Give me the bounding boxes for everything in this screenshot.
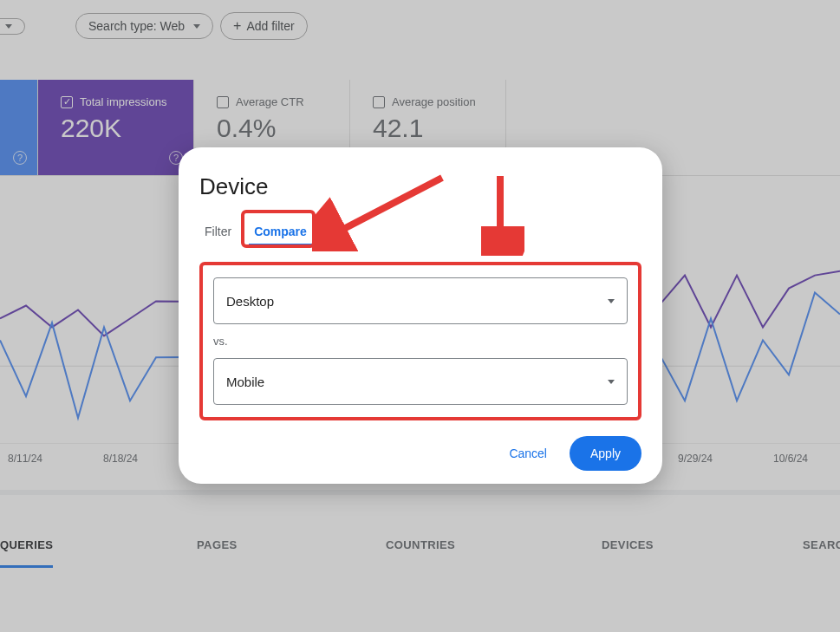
dialog-tabs: Filter Compare: [199, 219, 641, 246]
dropdown-caret-icon: [608, 299, 615, 303]
cancel-button[interactable]: Cancel: [502, 438, 554, 469]
dialog-title: Device: [199, 173, 641, 200]
dropdown-caret-icon: [608, 380, 615, 384]
vs-label: vs.: [213, 335, 628, 348]
dialog-actions: Cancel Apply: [199, 420, 641, 471]
dialog-tab-filter[interactable]: Filter: [199, 219, 237, 246]
compare-selects-highlight: Desktop vs. Mobile: [199, 262, 641, 420]
apply-button[interactable]: Apply: [570, 436, 641, 471]
dialog-tab-compare[interactable]: Compare: [249, 219, 312, 246]
device-dialog: Device Filter Compare Desktop vs. Mobile…: [179, 147, 662, 484]
compare-select-a[interactable]: Desktop: [213, 277, 628, 324]
select-value: Desktop: [226, 294, 274, 309]
select-value: Mobile: [226, 375, 264, 389]
compare-select-b[interactable]: Mobile: [213, 358, 628, 405]
